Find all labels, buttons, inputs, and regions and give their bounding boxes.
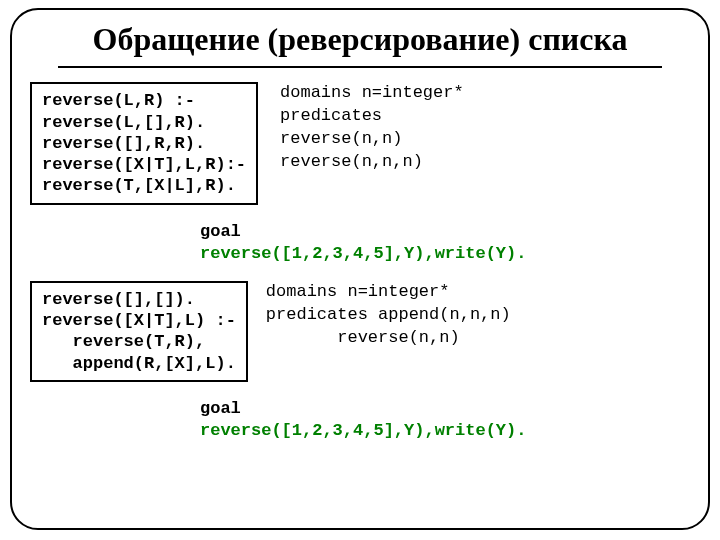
declarations-2: domains n=integer* predicates append(n,n… — [266, 281, 511, 350]
goal-label-2: goal — [200, 398, 690, 420]
row-1: reverse(L,R) :- reverse(L,[],R). reverse… — [30, 82, 690, 204]
slide-title: Обращение (реверсирование) списка — [30, 20, 690, 58]
code-box-1: reverse(L,R) :- reverse(L,[],R). reverse… — [30, 82, 258, 204]
code-box-2: reverse([],[]). reverse([X|T],L) :- reve… — [30, 281, 248, 382]
goal-code-1: reverse([1,2,3,4,5],Y),write(Y). — [200, 243, 690, 265]
declarations-1: domains n=integer* predicates reverse(n,… — [280, 82, 464, 174]
goal-block-2: goal reverse([1,2,3,4,5],Y),write(Y). — [200, 398, 690, 442]
row-2: reverse([],[]). reverse([X|T],L) :- reve… — [30, 281, 690, 382]
goal-code-2: reverse([1,2,3,4,5],Y),write(Y). — [200, 420, 690, 442]
title-divider — [58, 66, 662, 68]
goal-block-1: goal reverse([1,2,3,4,5],Y),write(Y). — [200, 221, 690, 265]
slide-frame: Обращение (реверсирование) списка revers… — [10, 8, 710, 530]
goal-label-1: goal — [200, 221, 690, 243]
